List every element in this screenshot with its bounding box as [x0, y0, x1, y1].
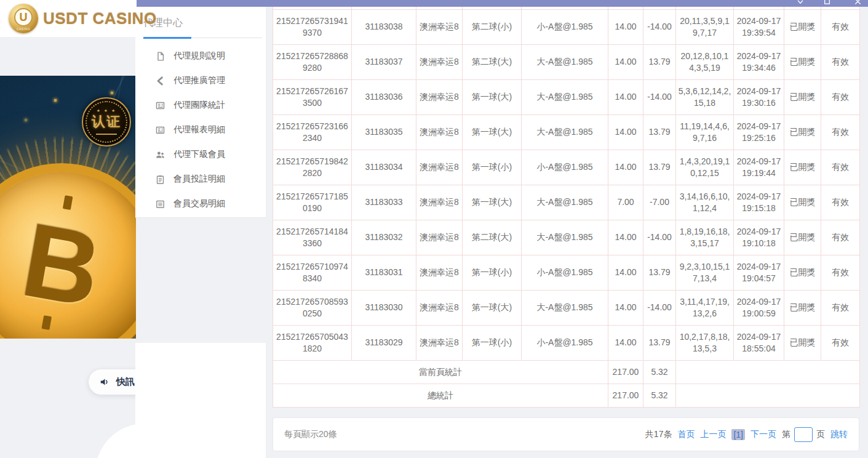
cell-profit: -14.00 [643, 79, 676, 114]
cell-profit: 13.79 [643, 150, 676, 185]
brand-coin-icon: U CASINO [9, 4, 38, 33]
i-news-icon [155, 125, 165, 135]
next-page-link[interactable]: 下一页 [751, 429, 776, 440]
cell-amount: 14.00 [608, 114, 643, 150]
cell-status: 已開獎 [784, 44, 821, 79]
prev-page-link[interactable]: 上一页 [700, 429, 726, 440]
cell-period: 31183035 [352, 114, 416, 150]
sidebar-item[interactable]: 會員交易明細 [135, 191, 266, 216]
caret-down-icon[interactable] [796, 0, 805, 6]
cell-status: 已開獎 [784, 255, 821, 290]
cell-result: 11,19,14,4,6,9,7,16 [676, 114, 734, 150]
sidebar-item[interactable]: 代理團隊統計 [135, 93, 266, 118]
cell-result: 20,11,3,5,9,19,7,17 [676, 9, 734, 44]
cell-amount: 14.00 [608, 290, 643, 325]
cell-profit: 13.79 [643, 325, 676, 360]
table-row: 215217265728868928031183037澳洲幸运8第二球(大)大-… [273, 44, 860, 79]
cell-amount: 14.00 [608, 325, 643, 360]
total-count-label: 共17条 [645, 429, 672, 440]
cell-time: 2024-09-17 19:10:18 [734, 220, 784, 255]
table-row: 215217265705043182031183029澳洲幸运8第一球(小)小-… [273, 325, 860, 360]
pagination-bar: 每頁顯示20條 共17条 首页 上一页 [1] 下一页 第 页 跳转 [273, 417, 859, 451]
cell-game: 澳洲幸运8 [416, 79, 463, 114]
cell-game: 澳洲幸运8 [416, 150, 463, 185]
cell-result: 1,4,3,20,19,10,12,15 [676, 150, 734, 185]
bitcoin-b-symbol: B [14, 199, 109, 331]
jump-page-input[interactable] [794, 427, 813, 442]
cell-game: 澳洲幸运8 [416, 220, 463, 255]
first-page-link[interactable]: 首页 [677, 429, 695, 440]
cell-result: 3,11,4,17,19,13,2,6 [676, 290, 734, 325]
page-summary-label: 當前頁統計 [273, 360, 608, 384]
close-icon[interactable] [854, 0, 862, 6]
cell-profit: 13.79 [643, 255, 676, 290]
cell-period: 31183030 [352, 290, 416, 325]
cell-result: 3,14,16,6,10,1,12,4 [676, 185, 734, 220]
cell-valid: 有效 [821, 79, 860, 114]
table-row: 215217265710974834031183031澳洲幸运8第一球(小)小-… [273, 255, 860, 290]
brand-logo[interactable]: U CASINO USDT CASINO [0, 0, 137, 37]
cell-play: 第一球(小) [463, 255, 522, 290]
cell-amount: 14.00 [608, 150, 643, 185]
cell-game: 澳洲幸运8 [416, 9, 463, 44]
cell-valid: 有效 [821, 220, 860, 255]
cell-time: 2024-09-17 19:04:57 [734, 255, 784, 290]
cell-period: 31183032 [352, 220, 416, 255]
sidebar-title: 代理中心 [143, 17, 266, 30]
cell-result: 9,2,3,10,15,17,13,4 [676, 255, 734, 290]
cell-profit: 13.79 [643, 114, 676, 150]
cell-valid: 有效 [821, 114, 860, 150]
jump-action-link[interactable]: 跳转 [830, 429, 848, 440]
total-summary-amount: 217.00 [608, 384, 643, 407]
table-row: 215217265708593025031183030澳洲幸运8第一球(大)大-… [273, 290, 860, 325]
pager-controls: 共17条 首页 上一页 [1] 下一页 第 页 跳转 [640, 427, 848, 442]
certification-badge: ★ ★ ★ 认证 [82, 97, 131, 147]
ticker-label: 快訊: [116, 376, 138, 388]
cell-content: 小-A盤@1.985 [522, 325, 608, 360]
cell-profit: -14.00 [643, 9, 676, 44]
jump-suffix-label: 页 [816, 429, 825, 440]
table-row: 215217265717185019031183033澳洲幸运8第一球(大)大-… [273, 185, 860, 220]
cell-status: 已開獎 [784, 220, 821, 255]
sidebar-divider [135, 37, 266, 39]
total-summary-empty [676, 384, 860, 407]
sidebar-item[interactable]: 代理推廣管理 [135, 68, 266, 93]
sidebar-item[interactable]: 代理報表明細 [135, 118, 266, 142]
cell-game: 澳洲幸运8 [416, 290, 463, 325]
table-row: 215217265731941937031183038澳洲幸运8第二球(小)小-… [273, 9, 860, 44]
page-summary-empty [676, 360, 860, 384]
cell-valid: 有效 [821, 185, 860, 220]
cell-profit: 13.79 [643, 44, 676, 79]
cell-game: 澳洲幸运8 [416, 325, 463, 360]
cell-order-id: 2152172657050431820 [273, 325, 352, 360]
maximize-icon[interactable] [823, 0, 831, 6]
cell-period: 31183034 [352, 150, 416, 185]
cell-time: 2024-09-17 19:15:18 [734, 185, 784, 220]
i-clip-icon [155, 174, 165, 185]
sidebar-item-label: 代理下級會員 [173, 149, 225, 160]
cell-play: 第一球(大) [463, 114, 522, 150]
bitcoin-banner-image: B ★ ★ ★ 认证 [0, 76, 136, 339]
lower-panel [135, 343, 266, 458]
cell-time: 2024-09-17 18:55:04 [734, 325, 784, 360]
sidebar-item-label: 代理推廣管理 [173, 75, 225, 86]
page-summary-row: 當前頁統計 217.00 5.32 [273, 360, 860, 384]
sidebar-item[interactable]: 代理規則說明 [135, 44, 266, 68]
cell-valid: 有效 [821, 255, 860, 290]
cell-content: 小-A盤@1.985 [522, 9, 608, 44]
i-share-icon [155, 76, 165, 86]
sidebar-item[interactable]: 會員投註明細 [135, 167, 266, 191]
sidebar-item[interactable]: 代理下級會員 [135, 142, 266, 167]
i-news-icon [155, 100, 165, 111]
cell-status: 已開獎 [784, 9, 821, 44]
cell-play: 第一球(大) [463, 290, 522, 325]
cell-period: 31183038 [352, 9, 416, 44]
cell-time: 2024-09-17 19:30:16 [734, 79, 784, 114]
current-page-indicator[interactable]: [1] [731, 429, 745, 440]
cell-amount: 7.00 [608, 185, 643, 220]
badge-text: 认证 [92, 113, 121, 131]
page-summary-amount: 217.00 [608, 360, 643, 384]
cell-play: 第一球(大) [463, 185, 522, 220]
cell-content: 大-A盤@1.985 [522, 220, 608, 255]
cell-valid: 有效 [821, 290, 860, 325]
